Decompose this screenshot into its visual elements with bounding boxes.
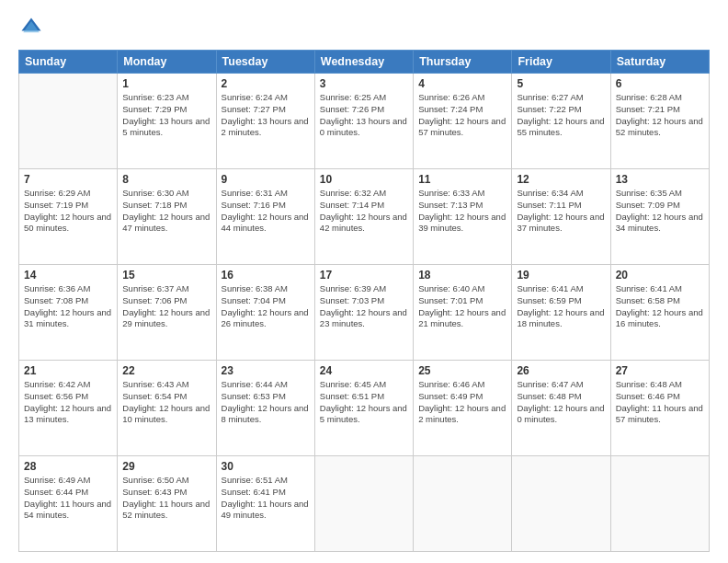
weekday-header-row: SundayMondayTuesdayWednesdayThursdayFrid… [19,51,710,74]
weekday-header-monday: Monday [118,51,216,74]
sunrise-label: Sunrise: 6:31 AM [222,188,288,198]
sunrise-label: Sunrise: 6:47 AM [517,379,583,389]
sunrise-label: Sunrise: 6:43 AM [122,379,188,389]
day-info: Sunrise: 6:39 AM Sunset: 7:03 PM Dayligh… [320,283,408,330]
day-info: Sunrise: 6:41 AM Sunset: 6:58 PM Dayligh… [616,283,704,330]
day-info: Sunrise: 6:30 AM Sunset: 7:18 PM Dayligh… [122,188,210,235]
day-number: 25 [418,364,506,377]
calendar-cell: 4 Sunrise: 6:26 AM Sunset: 7:24 PM Dayli… [414,74,512,169]
daylight-label: Daylight: 12 hours and 52 minutes. [616,116,703,138]
calendar-week-row-4: 28 Sunrise: 6:49 AM Sunset: 6:44 PM Dayl… [19,456,710,552]
day-info: Sunrise: 6:37 AM Sunset: 7:06 PM Dayligh… [122,283,210,330]
daylight-label: Daylight: 12 hours and 55 minutes. [517,116,604,138]
calendar-week-row-1: 7 Sunrise: 6:29 AM Sunset: 7:19 PM Dayli… [19,169,710,265]
day-info: Sunrise: 6:41 AM Sunset: 6:59 PM Dayligh… [517,283,605,330]
day-number: 2 [222,77,310,90]
sunrise-label: Sunrise: 6:27 AM [517,92,583,102]
sunrise-label: Sunrise: 6:25 AM [320,92,386,102]
day-info: Sunrise: 6:49 AM Sunset: 6:44 PM Dayligh… [24,475,112,522]
calendar-cell: 10 Sunrise: 6:32 AM Sunset: 7:14 PM Dayl… [314,169,413,265]
sunset-label: Sunset: 7:08 PM [24,295,88,305]
day-info: Sunrise: 6:27 AM Sunset: 7:22 PM Dayligh… [517,92,605,139]
calendar-cell: 5 Sunrise: 6:27 AM Sunset: 7:22 PM Dayli… [512,74,610,169]
day-info: Sunrise: 6:24 AM Sunset: 7:27 PM Dayligh… [222,92,310,139]
sunrise-label: Sunrise: 6:51 AM [222,475,288,485]
sunset-label: Sunset: 7:21 PM [616,104,680,114]
sunrise-label: Sunrise: 6:29 AM [24,188,90,198]
sunset-label: Sunset: 7:22 PM [517,104,581,114]
day-number: 4 [418,77,506,90]
daylight-label: Daylight: 12 hours and 2 minutes. [418,403,506,425]
day-number: 23 [222,364,310,377]
sunset-label: Sunset: 7:03 PM [320,295,384,305]
day-number: 20 [616,269,704,282]
calendar-cell: 29 Sunrise: 6:50 AM Sunset: 6:43 PM Dayl… [118,456,216,552]
day-info: Sunrise: 6:46 AM Sunset: 6:49 PM Dayligh… [418,379,506,426]
day-info: Sunrise: 6:36 AM Sunset: 7:08 PM Dayligh… [24,283,112,330]
day-number: 9 [222,173,310,186]
day-number: 19 [517,269,605,282]
daylight-label: Daylight: 12 hours and 5 minutes. [320,403,407,425]
weekday-header-sunday: Sunday [19,51,118,74]
weekday-header-thursday: Thursday [414,51,512,74]
day-info: Sunrise: 6:23 AM Sunset: 7:29 PM Dayligh… [122,92,210,139]
sunrise-label: Sunrise: 6:46 AM [418,379,484,389]
day-number: 26 [517,364,605,377]
sunrise-label: Sunrise: 6:30 AM [122,188,188,198]
daylight-label: Daylight: 13 hours and 5 minutes. [122,116,210,138]
calendar-cell: 3 Sunrise: 6:25 AM Sunset: 7:26 PM Dayli… [314,74,413,169]
sunrise-label: Sunrise: 6:28 AM [616,92,682,102]
calendar-week-row-3: 21 Sunrise: 6:42 AM Sunset: 6:56 PM Dayl… [19,361,710,456]
day-info: Sunrise: 6:32 AM Sunset: 7:14 PM Dayligh… [320,188,408,235]
daylight-label: Daylight: 12 hours and 21 minutes. [418,307,506,329]
day-number: 13 [616,173,704,186]
day-info: Sunrise: 6:26 AM Sunset: 7:24 PM Dayligh… [418,92,506,139]
day-info: Sunrise: 6:31 AM Sunset: 7:16 PM Dayligh… [222,188,310,235]
sunrise-label: Sunrise: 6:39 AM [320,283,386,293]
page: SundayMondayTuesdayWednesdayThursdayFrid… [0,0,728,563]
daylight-label: Daylight: 12 hours and 18 minutes. [517,307,604,329]
sunset-label: Sunset: 6:51 PM [320,391,384,401]
day-number: 1 [122,77,210,90]
sunset-label: Sunset: 7:06 PM [122,295,187,305]
sunrise-label: Sunrise: 6:38 AM [222,283,288,293]
daylight-label: Daylight: 12 hours and 42 minutes. [320,212,407,234]
day-number: 22 [122,364,210,377]
day-number: 10 [320,173,408,186]
calendar-cell: 1 Sunrise: 6:23 AM Sunset: 7:29 PM Dayli… [118,74,216,169]
sunrise-label: Sunrise: 6:45 AM [320,379,386,389]
daylight-label: Daylight: 13 hours and 2 minutes. [222,116,309,138]
weekday-header-saturday: Saturday [610,51,709,74]
day-number: 6 [616,77,704,90]
day-number: 14 [24,269,112,282]
day-info: Sunrise: 6:34 AM Sunset: 7:11 PM Dayligh… [517,188,605,235]
sunset-label: Sunset: 6:43 PM [122,487,187,497]
day-info: Sunrise: 6:42 AM Sunset: 6:56 PM Dayligh… [24,379,112,426]
day-info: Sunrise: 6:51 AM Sunset: 6:41 PM Dayligh… [222,475,310,522]
daylight-label: Daylight: 12 hours and 31 minutes. [24,307,111,329]
day-number: 24 [320,364,408,377]
calendar-cell: 21 Sunrise: 6:42 AM Sunset: 6:56 PM Dayl… [19,361,118,456]
sunrise-label: Sunrise: 6:24 AM [222,92,288,102]
day-number: 8 [122,173,210,186]
day-number: 5 [517,77,605,90]
calendar-cell: 17 Sunrise: 6:39 AM Sunset: 7:03 PM Dayl… [314,265,413,361]
sunset-label: Sunset: 7:19 PM [24,200,88,210]
daylight-label: Daylight: 12 hours and 8 minutes. [222,403,309,425]
daylight-label: Daylight: 12 hours and 39 minutes. [418,212,506,234]
calendar-cell: 30 Sunrise: 6:51 AM Sunset: 6:41 PM Dayl… [216,456,314,552]
sunrise-label: Sunrise: 6:34 AM [517,188,583,198]
day-info: Sunrise: 6:43 AM Sunset: 6:54 PM Dayligh… [122,379,210,426]
calendar-cell [19,74,118,169]
calendar-cell [314,456,413,552]
sunset-label: Sunset: 6:56 PM [24,391,88,401]
day-number: 3 [320,77,408,90]
sunset-label: Sunset: 6:58 PM [616,295,680,305]
day-number: 28 [24,460,112,473]
weekday-header-wednesday: Wednesday [314,51,413,74]
daylight-label: Daylight: 11 hours and 54 minutes. [24,499,111,521]
daylight-label: Daylight: 11 hours and 57 minutes. [616,403,703,425]
daylight-label: Daylight: 12 hours and 0 minutes. [517,403,604,425]
day-number: 15 [122,269,210,282]
sunrise-label: Sunrise: 6:40 AM [418,283,484,293]
